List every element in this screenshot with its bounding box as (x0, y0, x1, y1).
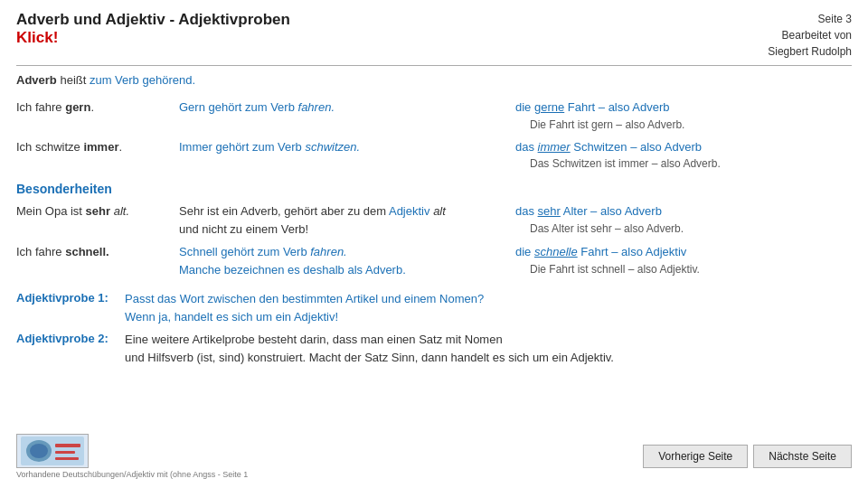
row3-adjektiv: Adjektiv (389, 204, 430, 218)
row3-middle: Sehr ist ein Adverb, gehört aber zu dem … (179, 200, 515, 240)
row3-left: Mein Opa ist sehr alt. (16, 200, 179, 240)
footer-logo (16, 434, 89, 468)
svg-rect-3 (55, 444, 80, 447)
page-title: Adverb und Adjektiv - Adjektivproben (16, 11, 290, 29)
header-right: Seite 3 Bearbeitet von Siegbert Rudolph (768, 11, 852, 60)
svg-point-2 (30, 444, 48, 458)
row4-right-main: die schnelle Fahrt – also Adjektiv (515, 243, 846, 261)
footer-buttons: Vorherige Seite Nächste Seite (643, 445, 852, 468)
row3-right-sub: Das Alter ist sehr – also Adverb. (515, 221, 846, 237)
row1-middle-text: Gern gehört zum Verb fahren. (179, 100, 335, 114)
footer: Vorhandene Deutschübungen/Adjektiv mit (… (16, 434, 852, 479)
row2-left: Ich schwitze immer. (16, 136, 179, 175)
adjektivproben-section: Adjektivprobe 1: Passt das Wort zwischen… (16, 290, 852, 366)
prev-button[interactable]: Vorherige Seite (643, 445, 748, 468)
row2-middle-text: Immer gehört zum Verb schwitzen. (179, 140, 360, 154)
row2-right: das immer Schwitzen – also Adverb Das Sc… (515, 136, 852, 175)
page: Adverb und Adjektiv - Adjektivproben Kli… (0, 0, 868, 488)
header: Adverb und Adjektiv - Adjektivproben Kli… (16, 11, 852, 60)
footer-left: Vorhandene Deutschübungen/Adjektiv mit (… (16, 434, 248, 479)
adjektivprobe-2-content: Eine weitere Artikelprobe besteht darin,… (125, 331, 614, 366)
header-divider (16, 65, 852, 66)
klick-label: Klick! (16, 29, 290, 47)
row3-sehr: sehr (538, 204, 561, 218)
row4-left: Ich fahre schnell. (16, 240, 179, 281)
row2-right-sub: Das Schwitzen ist immer – also Adverb. (515, 155, 846, 172)
row1-right: die gerne Fahrt – also Adverb Die Fahrt … (515, 96, 852, 136)
adjektivprobe-1-content: Passt das Wort zwischen den bestimmten A… (125, 290, 484, 325)
seite-num: 3 (845, 13, 852, 25)
intro-adverb: Adverb (16, 73, 57, 87)
adjektivprobe-1-text2: Wenn ja, handelt es sich um ein Adjektiv… (125, 310, 338, 324)
row3-right: das sehr Alter – also Adverb Das Alter i… (515, 200, 852, 240)
row1-right-sub: Die Fahrt ist gern – also Adverb. (515, 117, 846, 133)
row4-schnelle: schnelle (534, 245, 578, 258)
intro-line: Adverb heißt zum Verb gehörend. (16, 73, 852, 87)
row4-right: die schnelle Fahrt – also Adjektiv Die F… (515, 240, 852, 281)
author-line: Siegbert Rudolph (768, 43, 852, 60)
seite-label: Seite (818, 13, 843, 25)
adjektivprobe-1-row: Adjektivprobe 1: Passt das Wort zwischen… (16, 290, 852, 325)
besonderheiten-label: Besonderheiten (16, 182, 112, 196)
adjektivprobe-2-row: Adjektivprobe 2: Eine weitere Artikelpro… (16, 331, 852, 366)
row2-immer: immer (538, 140, 571, 154)
row1-left: Ich fahre gern. (16, 96, 179, 136)
row4-right-sub: Die Fahrt ist schnell – also Adjektiv. (515, 261, 846, 277)
logo-svg (21, 436, 84, 465)
next-button[interactable]: Nächste Seite (753, 445, 852, 468)
row1-right-main: die gerne Fahrt – also Adverb (515, 99, 846, 117)
content-grid: Ich fahre gern. Gern gehört zum Verb fah… (16, 96, 852, 281)
row2-right-main: das immer Schwitzen – also Adverb (515, 138, 846, 156)
intro-blue: zum Verb gehörend. (90, 73, 195, 87)
row4-middle-line2: Manche bezeichnen es deshalb als Adverb. (179, 263, 406, 277)
svg-rect-5 (55, 457, 79, 460)
row4-middle-line1: Schnell gehört zum Verb fahren. (179, 245, 347, 258)
row3-right-main: das sehr Alter – also Adverb (515, 202, 846, 221)
svg-rect-4 (55, 451, 75, 454)
besonderheiten-section: Besonderheiten (16, 174, 852, 200)
bearbeitet-line: Bearbeitet von (768, 27, 852, 43)
row1-middle: Gern gehört zum Verb fahren. (179, 96, 515, 136)
row3-middle-text: Sehr ist ein Adverb, gehört aber zu dem … (179, 204, 446, 236)
adjektivprobe-1-label: Adjektivprobe 1: (16, 290, 125, 305)
header-left: Adverb und Adjektiv - Adjektivproben Kli… (16, 11, 290, 47)
row2-middle: Immer gehört zum Verb schwitzen. (179, 136, 515, 175)
adjektivprobe-2-label: Adjektivprobe 2: (16, 331, 125, 345)
intro-heisst: heißt (60, 73, 90, 87)
adjektivprobe-1-text1: Passt das Wort zwischen den bestimmten A… (125, 292, 484, 305)
row1-gerne: gerne (534, 100, 564, 114)
row4-middle: Schnell gehört zum Verb fahren. Manche b… (179, 240, 515, 281)
footer-note: Vorhandene Deutschübungen/Adjektiv mit (… (16, 470, 248, 479)
seite-line: Seite 3 (768, 11, 852, 27)
